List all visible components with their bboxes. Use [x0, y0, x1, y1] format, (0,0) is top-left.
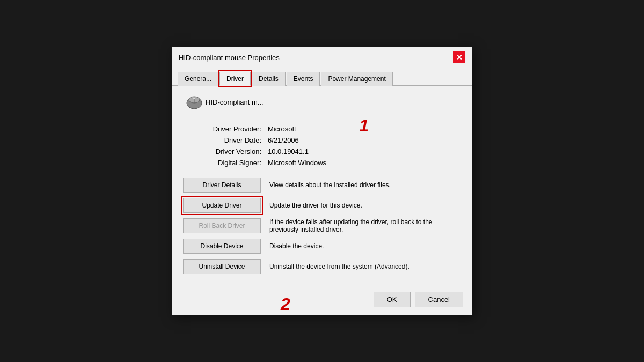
- tab-details[interactable]: Details: [252, 72, 286, 86]
- driver-details-button[interactable]: Driver Details: [183, 178, 261, 193]
- update-driver-row: Update Driver Update the driver for this…: [183, 198, 461, 213]
- properties-dialog: HID-compliant mouse Properties ✕ Genera.…: [172, 47, 472, 315]
- disable-device-description: Disable the device.: [269, 242, 461, 250]
- roll-back-description: If the device fails after updating the d…: [269, 218, 461, 233]
- close-button[interactable]: ✕: [453, 51, 465, 63]
- tab-driver[interactable]: Driver: [219, 72, 251, 86]
- uninstall-device-button[interactable]: Uninstall Device: [183, 259, 261, 274]
- version-value: 10.0.19041.1: [268, 147, 461, 156]
- roll-back-driver-button[interactable]: Roll Back Driver: [183, 218, 261, 233]
- signer-value: Microsoft Windows: [268, 159, 461, 167]
- disable-device-row: Disable Device Disable the device.: [183, 239, 461, 254]
- driver-details-description: View details about the installed driver …: [269, 181, 461, 189]
- update-driver-description: Update the driver for this device.: [269, 202, 461, 209]
- uninstall-device-row: Uninstall Device Uninstall the device fr…: [183, 259, 461, 274]
- tab-general[interactable]: Genera...: [178, 72, 218, 86]
- content-area: 1 HID-compliant m... Driver Provider: Mi…: [172, 86, 472, 286]
- tab-power-management[interactable]: Power Management: [321, 72, 392, 86]
- dialog-footer: OK Cancel: [172, 286, 472, 315]
- uninstall-device-description: Uninstall the device from the system (Ad…: [269, 263, 461, 270]
- date-label: Driver Date:: [188, 136, 264, 144]
- device-name: HID-compliant m...: [206, 98, 264, 106]
- roll-back-driver-row: Roll Back Driver If the device fails aft…: [183, 218, 461, 233]
- signer-label: Digital Signer:: [188, 159, 264, 167]
- tabs-container: Genera... Driver Details Events Power Ma…: [172, 68, 472, 86]
- action-buttons-section: 2 Driver Details View details about the …: [183, 178, 461, 274]
- provider-value: Microsoft: [268, 125, 461, 133]
- version-label: Driver Version:: [188, 147, 264, 156]
- driver-details-row: Driver Details View details about the in…: [183, 178, 461, 193]
- device-icon: [183, 94, 206, 109]
- device-header: HID-compliant m...: [183, 94, 461, 115]
- dialog-title: HID-compliant mouse Properties: [179, 54, 280, 62]
- tab-events[interactable]: Events: [287, 72, 320, 86]
- svg-point-3: [193, 98, 195, 99]
- cancel-button[interactable]: Cancel: [415, 292, 463, 307]
- update-driver-button[interactable]: Update Driver: [183, 198, 261, 213]
- driver-info-grid: Driver Provider: Microsoft Driver Date: …: [183, 125, 461, 167]
- ok-button[interactable]: OK: [374, 292, 411, 307]
- title-bar: HID-compliant mouse Properties ✕: [172, 47, 472, 68]
- date-value: 6/21/2006: [268, 136, 461, 144]
- disable-device-button[interactable]: Disable Device: [183, 239, 261, 254]
- provider-label: Driver Provider:: [188, 125, 264, 133]
